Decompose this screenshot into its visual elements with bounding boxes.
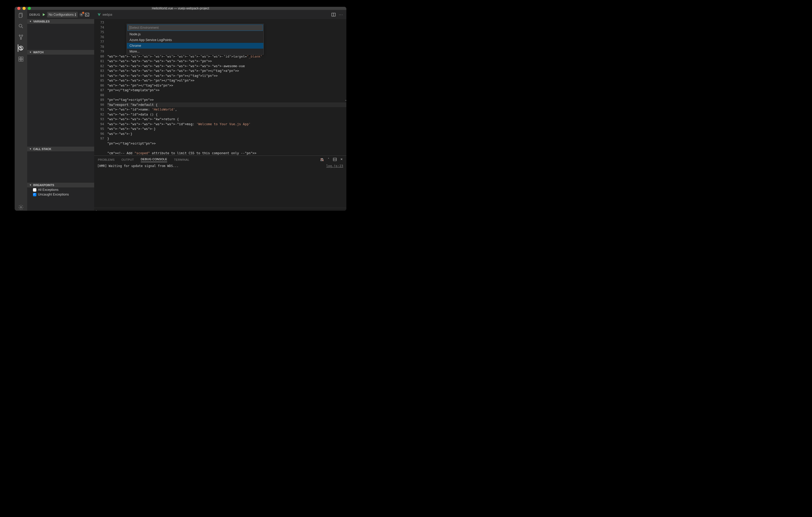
callstack-section-header[interactable]: CALL STACK [27, 147, 94, 151]
tab-label: webpa [103, 13, 112, 17]
tab-bar: webpa ··· [94, 10, 346, 19]
search-icon[interactable] [18, 23, 24, 29]
activity-bar [14, 10, 27, 211]
settings-gear-icon[interactable] [18, 204, 24, 210]
watch-section-header[interactable]: WATCH [27, 50, 94, 55]
configure-launch-button[interactable] [79, 12, 83, 17]
svg-point-4 [19, 35, 21, 36]
clear-console-button[interactable] [320, 158, 324, 162]
debug-console-output: [HMR] Waiting for update signal from WDS… [94, 163, 346, 208]
quickpick-item[interactable]: Node.js [127, 31, 263, 37]
debug-label: DEBUG [29, 13, 40, 16]
svg-rect-11 [21, 57, 23, 59]
breakpoint-item[interactable]: All Exceptions [27, 187, 94, 192]
start-debug-button[interactable] [42, 13, 46, 17]
title-bar: HelloWorld.vue — vuejs-webpack-project [14, 7, 346, 10]
maximize-panel-button[interactable] [333, 158, 337, 162]
more-actions-button[interactable]: ··· [339, 12, 343, 17]
svg-rect-10 [19, 57, 21, 59]
console-source-link[interactable]: log.js:23 [326, 164, 343, 207]
svg-rect-1 [19, 14, 22, 18]
extensions-icon[interactable] [18, 56, 24, 62]
breakpoints-section-header[interactable]: BREAKPOINTS [27, 183, 94, 187]
quickpick-item[interactable]: More... [127, 49, 263, 54]
quickpick-input[interactable]: Select Environment [127, 25, 263, 31]
quickpick-placeholder: Select Environment [130, 26, 158, 30]
vue-file-icon [97, 13, 101, 17]
breakpoint-label: All Exceptions [38, 188, 59, 191]
breakpoint-label: Uncaught Exceptions [38, 193, 69, 196]
svg-line-3 [22, 27, 23, 28]
quickpick-item[interactable]: Chrome [127, 43, 263, 49]
collapse-icon[interactable]: ˄ [328, 158, 329, 162]
environment-quickpick: Select Environment Node.jsAzure App Serv… [126, 24, 264, 55]
debug-config-label: No Configurations [49, 13, 74, 17]
chevron-updown-icon: ▴▾ [75, 13, 76, 17]
svg-point-15 [81, 14, 82, 15]
line-number-gutter: 7374757677787980818283848586878889909192… [94, 19, 107, 155]
debug-toolbar: DEBUG No Configurations ▴▾ [27, 10, 94, 19]
watch-section [27, 55, 94, 147]
debug-config-select[interactable]: No Configurations ▴▾ [47, 12, 78, 18]
debug-console-toggle-button[interactable] [85, 12, 89, 17]
breakpoints-section: All Exceptions Uncaught Exceptions [27, 187, 94, 197]
breakpoint-item[interactable]: Uncaught Exceptions [27, 192, 94, 197]
svg-point-5 [22, 35, 23, 36]
tab-problems[interactable]: PROBLEMS [98, 158, 115, 161]
debug-console-input[interactable]: › [94, 208, 346, 211]
checkbox-icon[interactable] [33, 193, 36, 196]
close-panel-button[interactable]: ✕ [340, 158, 343, 162]
editor-tab[interactable]: webpa [94, 10, 115, 19]
bottom-panel: PROBLEMS OUTPUT DEBUG CONSOLE TERMINAL ˄… [94, 155, 346, 211]
svg-point-14 [20, 207, 22, 208]
svg-point-6 [21, 38, 22, 39]
svg-point-2 [19, 24, 22, 27]
variables-section [27, 24, 94, 50]
debug-sidebar: DEBUG No Configurations ▴▾ VARIABLES W [27, 10, 94, 211]
console-line: [HMR] Waiting for update signal from WDS… [97, 164, 179, 207]
debug-icon[interactable] [18, 45, 24, 51]
callstack-section [27, 151, 94, 183]
svg-rect-12 [19, 59, 21, 61]
tab-terminal[interactable]: TERMINAL [174, 158, 190, 161]
tab-output[interactable]: OUTPUT [121, 158, 134, 161]
panel-tabs: PROBLEMS OUTPUT DEBUG CONSOLE TERMINAL ˄… [94, 156, 346, 163]
checkbox-icon[interactable] [33, 188, 36, 191]
source-control-icon[interactable] [18, 34, 24, 40]
quickpick-item[interactable]: Azure App Service LogPoints [127, 37, 263, 43]
tab-debug-console[interactable]: DEBUG CONSOLE [141, 158, 167, 162]
variables-section-header[interactable]: VARIABLES [27, 19, 94, 24]
split-editor-button[interactable] [331, 12, 336, 17]
app-window: HelloWorld.vue — vuejs-webpack-project [14, 7, 346, 211]
svg-rect-13 [21, 59, 23, 61]
explorer-icon[interactable] [18, 12, 24, 18]
